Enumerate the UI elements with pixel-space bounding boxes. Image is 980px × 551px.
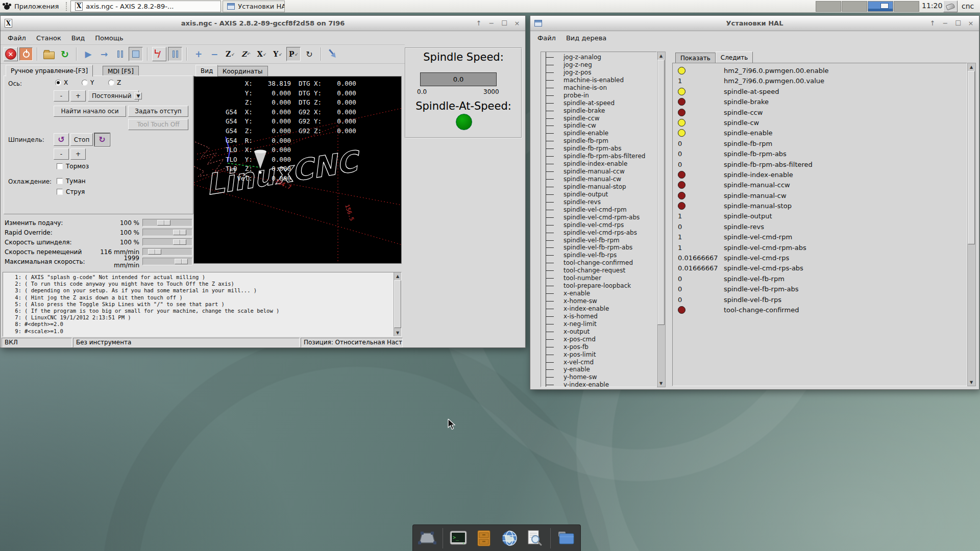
watch-row[interactable]: 1 spindle-vel-cmd-rpm (673, 233, 967, 243)
spindle-ccw-button[interactable]: ↺ (54, 133, 69, 146)
hal-tree-item[interactable]: jog-z-analog (541, 54, 656, 61)
override-slider[interactable] (142, 238, 192, 246)
view-y-button[interactable]: Y↙ (271, 47, 285, 61)
override-slider[interactable] (142, 219, 192, 227)
workspace-4[interactable] (894, 1, 919, 12)
watch-row[interactable]: 0 spindle-fb-rpm (673, 139, 967, 149)
workspace-3-active[interactable] (868, 1, 893, 12)
watch-row[interactable]: spindle-index-enable (673, 170, 967, 181)
hal-tree-item[interactable]: spindle-vel-cmd-rpm-abs (541, 214, 656, 221)
menu-file[interactable]: Файл (3, 33, 31, 43)
hal-tree-item[interactable]: x-pos-limit (541, 351, 656, 359)
flood-checkbox[interactable]: Струя (57, 188, 85, 195)
hal-tree-item[interactable]: x-home-sw (541, 297, 656, 305)
watch-row[interactable]: spindle-manual-ccw (673, 181, 967, 191)
hal-tree-item[interactable]: spindle-vel-fb-rpm-abs (541, 244, 656, 252)
toggle-skip-lines-button[interactable]: / (152, 47, 166, 61)
workspace-2[interactable] (842, 1, 867, 12)
watch-row[interactable]: spindle-manual-cw (673, 191, 967, 202)
hal-tree-item[interactable]: tool-change-confirmed (541, 259, 656, 267)
stop-button[interactable] (129, 47, 143, 61)
watch-row[interactable]: spindle-cw (673, 118, 967, 129)
tray-screenshot-button[interactable] (943, 1, 958, 12)
axis-radio-z[interactable]: Z (108, 79, 121, 86)
hal-tree-item[interactable]: machine-is-enabled (541, 77, 656, 84)
file-manager-button[interactable] (556, 528, 576, 548)
view-z-button[interactable]: Z↙ (223, 47, 237, 61)
mist-checkbox[interactable]: Туман (57, 178, 86, 185)
view-x-button[interactable]: X↙ (255, 47, 269, 61)
workspace-pager[interactable] (816, 1, 920, 12)
hal-tree-item[interactable]: jog-z-pos (541, 69, 656, 77)
tab-mdi[interactable]: MDI [F5] (103, 66, 139, 77)
watch-row[interactable]: 0.01666667 spindle-vel-cmd-rps (673, 254, 967, 264)
shade-button[interactable]: ↑ (928, 19, 937, 27)
watch-row[interactable]: 0.01666667 spindle-vel-cmd-rps-abs (673, 264, 967, 274)
gcode-line[interactable]: 2:( To run this code anyway you might ha… (6, 281, 393, 287)
hal-tree-item[interactable]: spindle-index-enable (541, 160, 656, 168)
hal-tree-item[interactable]: x-vel-cmd (541, 359, 656, 366)
hal-tree-scrollbar[interactable]: ▲ ▼ (657, 52, 666, 387)
scroll-up-icon[interactable]: ▲ (968, 63, 975, 70)
axis-radio-y[interactable]: Y (82, 79, 94, 86)
scroll-up-icon[interactable]: ▲ (657, 52, 665, 59)
hal-tree-item[interactable]: spindle-at-speed (541, 99, 656, 107)
slider-handle[interactable] (173, 239, 186, 245)
scrollbar-thumb[interactable] (657, 60, 665, 325)
menu-machine[interactable]: Станок (31, 33, 66, 43)
watch-row[interactable]: 1 hm2_7i96.0.pwmgen.00.value (673, 77, 967, 87)
brake-checkbox[interactable]: Тормоз (57, 163, 89, 170)
hal-tree-item[interactable]: y-index-enable (541, 381, 656, 387)
override-slider[interactable] (142, 258, 192, 265)
watch-row[interactable]: spindle-at-speed (673, 87, 967, 97)
close-button[interactable]: × (967, 19, 975, 27)
scroll-down-icon[interactable]: ▼ (394, 329, 401, 336)
terminal-button[interactable]: >_ (448, 528, 469, 548)
show-desktop-button[interactable] (417, 528, 437, 548)
hal-tree-item[interactable]: x-output (541, 328, 656, 336)
web-browser-button[interactable] (499, 528, 520, 548)
hal-watch-panel[interactable]: hm2_7i96.0.pwmgen.00.enable 1 hm2_7i96.0… (672, 63, 967, 386)
jog-mode-dropdown[interactable]: Постоянный ▼ (88, 90, 139, 102)
override-slider[interactable] (142, 248, 192, 256)
watch-row[interactable]: hm2_7i96.0.pwmgen.00.enable (673, 66, 967, 77)
hal-tree-item[interactable]: spindle-fb-rpm (541, 137, 656, 145)
slider-handle[interactable] (157, 220, 170, 226)
slider-handle[interactable] (148, 249, 161, 255)
watch-row[interactable]: spindle-ccw (673, 108, 967, 118)
step-button[interactable]: → (97, 47, 111, 61)
toggle-optional-pause-button[interactable] (168, 47, 182, 61)
jog-plus-button[interactable]: + (70, 90, 86, 102)
file-cabinet-button[interactable] (474, 528, 494, 548)
axis-radio-x[interactable]: X (55, 79, 68, 86)
gcode-line[interactable]: 3:( depending on your setup. As if you h… (6, 287, 393, 294)
gcode-line[interactable]: 4:( Hint jog the Z axis down a bit then … (6, 294, 393, 301)
hal-tree-item[interactable]: spindle-vel-cmd-rpm (541, 206, 656, 214)
watch-row[interactable]: 0 spindle-revs (673, 222, 967, 233)
application-finder-button[interactable] (525, 528, 545, 548)
gcode-line[interactable]: 9:#<scale>=1.0 (6, 328, 393, 335)
watch-row[interactable]: 0 spindle-vel-fb-rps (673, 295, 967, 306)
gcode-line[interactable]: 1:( AXIS "splash g-code" Not intended fo… (6, 274, 393, 281)
hal-tree-item[interactable]: spindle-manual-stop (541, 183, 656, 191)
hal-tree-item[interactable]: x-is-homed (541, 313, 656, 320)
tab-dro[interactable]: Координаты (217, 66, 268, 77)
hal-menu-treeview[interactable]: Вид дерева (561, 33, 611, 43)
minimize-button[interactable]: − (487, 19, 496, 27)
watch-row[interactable]: spindle-manual-stop (673, 202, 967, 212)
gcode-line[interactable]: 8:#<depth>=2.0 (6, 321, 393, 328)
slider-handle[interactable] (175, 259, 188, 264)
tab-preview[interactable]: Вид (195, 65, 218, 77)
hal-tree-item[interactable]: spindle-manual-cw (541, 176, 656, 183)
rotate-view-button[interactable]: ↻ (302, 47, 316, 61)
hal-tree-item[interactable]: spindle-brake (541, 107, 656, 115)
zoom-out-button[interactable]: − (207, 47, 222, 61)
watch-row[interactable]: spindle-brake (673, 97, 967, 108)
hal-tree-item[interactable]: y-enable (541, 366, 656, 373)
taskbar-window-axis[interactable]: X axis.ngc - AXIS 2.8.2-89-... (70, 1, 221, 12)
hal-tree-item[interactable]: x-index-enable (541, 305, 656, 313)
hal-tree-item[interactable]: spindle-output (541, 191, 656, 198)
gcode-scrollbar[interactable]: ▲ ▼ (394, 272, 401, 336)
hal-tree-item[interactable]: tool-change-request (541, 267, 656, 274)
watch-row[interactable]: tool-change-confirmed (673, 306, 967, 316)
